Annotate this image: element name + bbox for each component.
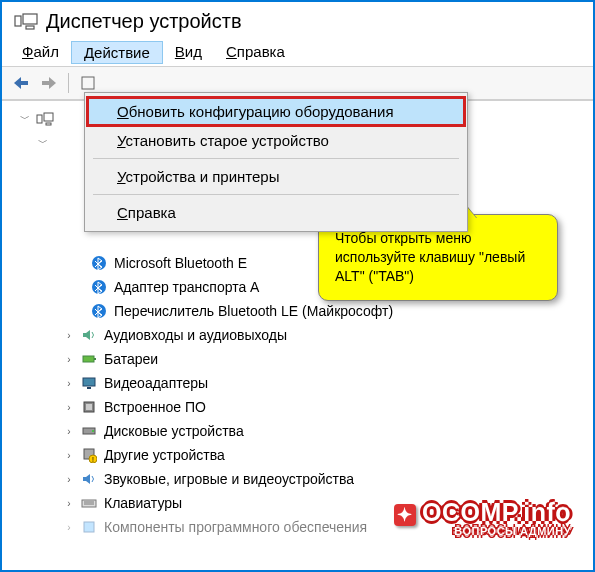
audio-icon	[80, 326, 98, 344]
toolbar-separator	[68, 73, 69, 93]
battery-icon	[80, 350, 98, 368]
software-icon	[80, 518, 98, 536]
tree-item-label: Клавиатуры	[102, 494, 184, 512]
menu-view[interactable]: Вид	[163, 41, 214, 64]
watermark-badge-icon: ✦	[394, 504, 416, 526]
tree-item-label: Компоненты программного обеспечения	[102, 518, 369, 536]
tree-item-label: Звуковые, игровые и видеоустройства	[102, 470, 356, 488]
tree-item-label: Другие устройства	[102, 446, 227, 464]
svg-rect-8	[46, 123, 51, 125]
window-title: Диспетчер устройств	[46, 10, 242, 33]
menu-help[interactable]: Справка	[214, 41, 297, 64]
menu-item-legacy-hardware[interactable]: Установить старое устройство	[87, 126, 465, 155]
keyboard-icon	[80, 494, 98, 512]
tree-category-sound[interactable]: › Звуковые, игровые и видеоустройства	[18, 467, 589, 491]
tree-item-label: Дисковые устройства	[102, 422, 246, 440]
computer-icon	[36, 110, 54, 128]
expander-icon[interactable]: ﹀	[36, 136, 50, 150]
disk-icon	[80, 422, 98, 440]
watermark: ✦OCOMP.info ВОПРОСЫ АДМИНУ	[394, 501, 571, 536]
svg-rect-6	[37, 115, 42, 123]
tree-item-label: Microsoft Bluetooth E	[112, 254, 249, 272]
svg-rect-3	[21, 81, 28, 85]
svg-rect-5	[82, 77, 94, 89]
menu-file[interactable]: Файл	[10, 41, 71, 64]
bluetooth-icon	[90, 278, 108, 296]
forward-button[interactable]	[36, 70, 62, 96]
menu-item-devices-printers[interactable]: Устройства и принтеры	[87, 162, 465, 191]
sound-icon	[80, 470, 98, 488]
tree-item[interactable]: Перечислитель Bluetooth LE (Майкрософт)	[18, 299, 589, 323]
tree-item-label: Перечислитель Bluetooth LE (Майкрософт)	[112, 302, 395, 320]
menu-separator	[93, 194, 459, 195]
svg-rect-0	[15, 16, 21, 26]
expander-icon[interactable]: ›	[62, 402, 76, 413]
expander-icon[interactable]: ›	[62, 450, 76, 461]
tree-category-firmware[interactable]: › Встроенное ПО	[18, 395, 589, 419]
tree-category-display[interactable]: › Видеоадаптеры	[18, 371, 589, 395]
tree-category-other[interactable]: › ! Другие устройства	[18, 443, 589, 467]
expander-icon[interactable]: ›	[62, 474, 76, 485]
other-devices-icon: !	[80, 446, 98, 464]
firmware-icon	[80, 398, 98, 416]
svg-text:!: !	[92, 456, 94, 463]
expander-icon[interactable]: ›	[62, 498, 76, 509]
tree-category-battery[interactable]: › Батареи	[18, 347, 589, 371]
back-button[interactable]	[8, 70, 34, 96]
menu-item-help[interactable]: Справка	[87, 198, 465, 227]
svg-rect-17	[86, 404, 92, 410]
tree-item-label: Встроенное ПО	[102, 398, 208, 416]
svg-rect-2	[26, 26, 34, 29]
menu-item-scan-hardware[interactable]: Обновить конфигурацию оборудования	[87, 97, 465, 126]
svg-rect-7	[44, 113, 53, 121]
tree-item-label: Аудиовходы и аудиовыходы	[102, 326, 289, 344]
watermark-sub: ВОПРОСЫ АДМИНУ	[394, 526, 571, 536]
bluetooth-icon	[90, 302, 108, 320]
titlebar: Диспетчер устройств	[2, 2, 593, 37]
menubar: Файл Действие Вид Справка	[2, 37, 593, 66]
tree-item-label: Адаптер транспорта A	[112, 278, 261, 296]
menu-separator	[93, 158, 459, 159]
svg-rect-13	[94, 358, 96, 360]
svg-rect-12	[83, 356, 94, 362]
tree-category-disk[interactable]: › Дисковые устройства	[18, 419, 589, 443]
tree-item-label: Батареи	[102, 350, 160, 368]
expander-icon[interactable]: ›	[62, 426, 76, 437]
svg-rect-4	[42, 81, 49, 85]
svg-rect-26	[84, 522, 94, 532]
expander-icon[interactable]: ›	[62, 522, 76, 533]
tree-item-label: Видеоадаптеры	[102, 374, 210, 392]
svg-rect-15	[87, 387, 91, 389]
display-icon	[80, 374, 98, 392]
expander-icon[interactable]: ﹀	[18, 112, 32, 126]
bluetooth-icon	[90, 254, 108, 272]
window-frame: Диспетчер устройств Файл Действие Вид Сп…	[0, 0, 595, 572]
watermark-main: OCOMP.info	[422, 498, 571, 526]
action-dropdown: Обновить конфигурацию оборудования Устан…	[84, 92, 468, 232]
menu-action[interactable]: Действие	[71, 41, 163, 64]
svg-point-19	[92, 430, 94, 432]
svg-rect-1	[23, 14, 37, 24]
tree-category-audio[interactable]: › Аудиовходы и аудиовыходы	[18, 323, 589, 347]
expander-icon[interactable]: ›	[62, 330, 76, 341]
hint-text: Чтобы открыть меню используйте клавишу "…	[335, 230, 525, 284]
expander-icon[interactable]: ›	[62, 378, 76, 389]
app-icon	[14, 13, 38, 31]
svg-rect-14	[83, 378, 95, 386]
expander-icon[interactable]: ›	[62, 354, 76, 365]
